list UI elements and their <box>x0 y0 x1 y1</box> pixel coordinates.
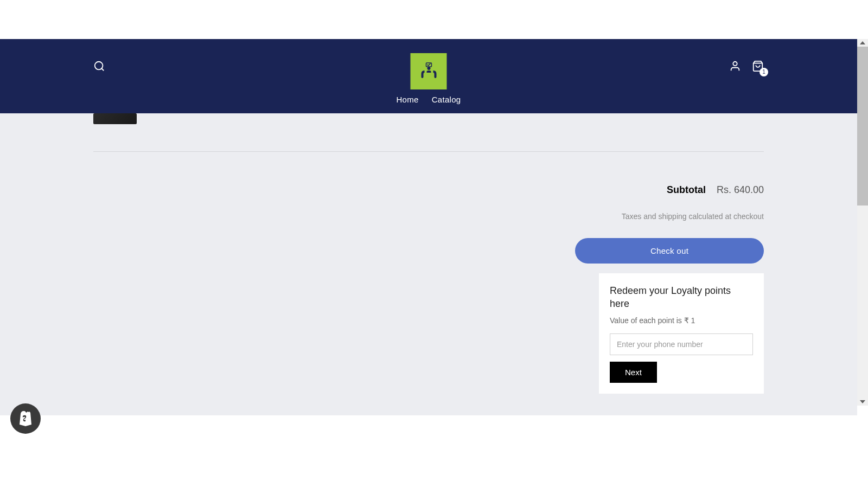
loyalty-phone-input[interactable] <box>610 333 753 355</box>
svg-point-4 <box>733 61 737 65</box>
search-button[interactable] <box>93 60 105 74</box>
nav-home[interactable]: Home <box>396 95 418 104</box>
chevron-down-icon <box>860 400 865 403</box>
scrollbar-arrow-down[interactable] <box>857 398 868 406</box>
product-thumbnail[interactable] <box>93 113 137 124</box>
svg-point-2 <box>427 67 430 70</box>
loyalty-title: Redeem your Loyalty points here <box>610 284 753 311</box>
checkout-button[interactable]: Check out <box>575 238 764 264</box>
vertical-scrollbar[interactable] <box>857 39 868 406</box>
header-right-actions: 1 <box>729 60 764 74</box>
cart-divider <box>93 151 764 152</box>
site-header: 1 Home Catalog <box>0 39 857 113</box>
site-logo[interactable] <box>411 53 447 89</box>
main-nav: Home Catalog <box>0 95 857 113</box>
shopify-icon <box>17 409 34 428</box>
loyalty-card: Redeem your Loyalty points here Value of… <box>599 273 764 394</box>
cart-count-badge: 1 <box>760 68 768 76</box>
main-content: Subtotal Rs. 640.00 Taxes and shipping c… <box>0 113 857 415</box>
cart-button[interactable]: 1 <box>752 60 764 74</box>
logo-icon <box>411 53 447 89</box>
shopify-admin-button[interactable] <box>10 403 41 434</box>
subtotal-row: Subtotal Rs. 640.00 <box>93 184 764 196</box>
subtotal-label: Subtotal <box>667 184 706 196</box>
scrollbar-thumb[interactable] <box>857 46 868 206</box>
scrollbar-arrow-up[interactable] <box>857 39 868 47</box>
search-icon <box>93 60 105 72</box>
header-top-row: 1 <box>0 39 857 95</box>
account-icon <box>729 60 741 72</box>
svg-line-1 <box>101 68 104 70</box>
svg-point-0 <box>95 61 103 69</box>
cart-item <box>93 113 764 135</box>
bottom-whitespace <box>0 415 868 459</box>
loyalty-subtitle: Value of each point is ₹ 1 <box>610 316 753 325</box>
chevron-up-icon <box>860 41 865 44</box>
account-button[interactable] <box>729 60 741 74</box>
tax-shipping-note: Taxes and shipping calculated at checkou… <box>93 212 764 221</box>
subtotal-value: Rs. 640.00 <box>717 184 764 196</box>
loyalty-next-button[interactable]: Next <box>610 362 657 383</box>
nav-catalog[interactable]: Catalog <box>432 95 461 104</box>
top-whitespace <box>0 0 868 39</box>
